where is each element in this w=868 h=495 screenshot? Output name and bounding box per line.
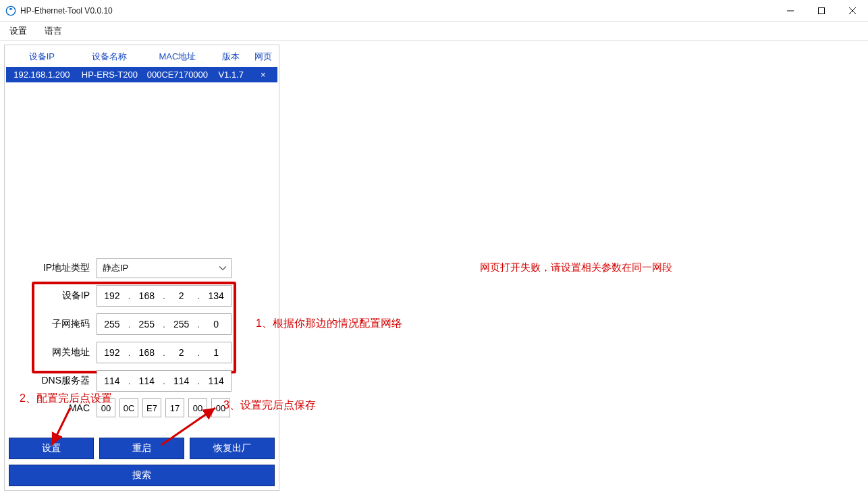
gateway-input[interactable]: . . . [97, 342, 232, 363]
subnet-input[interactable]: . . . [97, 313, 232, 335]
device-table: 设备IP 设备名称 MAC地址 版本 网页 192.168.1.200 HP-E… [6, 47, 277, 82]
subnet-octet-3[interactable] [201, 319, 231, 330]
device-row[interactable]: 192.168.1.200 HP-ERS-T200 000CE7170000 V… [6, 67, 277, 82]
header-mac: MAC地址 [142, 47, 213, 67]
cell-mac: 000CE7170000 [142, 67, 213, 82]
gateway-octet-3[interactable] [201, 347, 231, 358]
dns-octet-2[interactable] [167, 375, 196, 386]
dns-octet-1[interactable] [132, 375, 161, 386]
factory-reset-button[interactable]: 恢复出厂 [190, 438, 275, 459]
header-web: 网页 [249, 47, 277, 67]
menu-language[interactable]: 语言 [42, 24, 65, 38]
header-version: 版本 [213, 47, 249, 67]
device-ip-octet-3[interactable] [201, 290, 231, 301]
dns-octet-3[interactable] [201, 375, 231, 386]
mac-octet-1[interactable] [119, 398, 138, 417]
menu-settings[interactable]: 设置 [7, 24, 30, 38]
chevron-down-icon [219, 263, 227, 273]
gateway-octet-2[interactable] [167, 347, 196, 358]
device-ip-octet-0[interactable] [97, 290, 127, 301]
search-button[interactable]: 搜索 [9, 465, 275, 486]
cell-ip: 192.168.1.200 [6, 67, 78, 82]
gateway-label: 网关地址 [9, 346, 97, 359]
close-button[interactable] [837, 0, 868, 22]
dns-label: DNS服务器 [9, 375, 97, 387]
menu-bar: 设置 语言 [0, 22, 868, 41]
device-panel: 设备IP 设备名称 MAC地址 版本 网页 192.168.1.200 HP-E… [4, 45, 279, 491]
svg-rect-2 [819, 7, 825, 14]
svg-point-0 [6, 6, 15, 15]
subnet-octet-0[interactable] [97, 319, 127, 330]
set-button[interactable]: 设置 [9, 438, 94, 459]
annotation-3: 3、设置完后点保存 [223, 398, 316, 413]
subnet-octet-2[interactable] [167, 319, 196, 330]
dns-octet-0[interactable] [97, 375, 127, 386]
gateway-octet-0[interactable] [97, 347, 127, 358]
error-message: 网页打开失败，请设置相关参数在同一网段 [480, 261, 672, 274]
cell-web: × [249, 67, 277, 82]
annotation-1: 1、根据你那边的情况配置网络 [256, 317, 402, 331]
ip-type-value: 静态IP [103, 262, 128, 274]
cell-version: V1.1.7 [213, 67, 249, 82]
web-panel: 网页打开失败，请设置相关参数在同一网段 [283, 41, 868, 495]
device-ip-input[interactable]: . . . [97, 285, 232, 307]
annotation-2: 2、配置完后点设置 [20, 392, 112, 406]
window-title: HP-Ethernet-Tool V0.0.10 [20, 6, 113, 16]
restart-button[interactable]: 重启 [99, 438, 184, 459]
header-ip: 设备IP [6, 47, 78, 67]
config-form: IP地址类型 静态IP 设备IP . . . [6, 253, 277, 489]
device-ip-label: 设备IP [9, 290, 97, 302]
ip-type-select[interactable]: 静态IP [97, 258, 232, 278]
mac-octet-3[interactable] [165, 398, 184, 417]
subnet-octet-1[interactable] [132, 319, 161, 330]
app-icon [5, 5, 16, 16]
device-ip-octet-2[interactable] [167, 290, 196, 301]
header-name: 设备名称 [78, 47, 142, 67]
cell-name: HP-ERS-T200 [78, 67, 142, 82]
subnet-label: 子网掩码 [9, 318, 97, 330]
device-ip-octet-1[interactable] [132, 290, 161, 301]
ip-type-label: IP地址类型 [9, 262, 97, 274]
dns-input[interactable]: . . . [97, 370, 232, 392]
gateway-octet-1[interactable] [132, 347, 161, 358]
mac-octet-2[interactable] [142, 398, 161, 417]
maximize-button[interactable] [806, 0, 837, 22]
mac-octet-4[interactable] [188, 398, 207, 417]
minimize-button[interactable] [775, 0, 806, 22]
title-bar: HP-Ethernet-Tool V0.0.10 [0, 0, 868, 22]
